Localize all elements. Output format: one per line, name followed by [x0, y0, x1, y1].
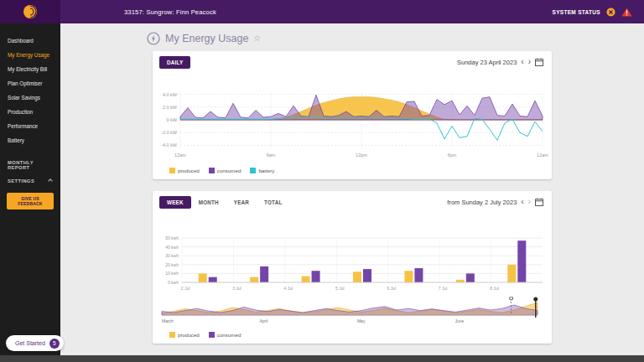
calendar-icon[interactable]	[535, 198, 543, 206]
svg-text:May: May	[357, 318, 366, 323]
weekly-legend: produced consumed	[169, 332, 241, 338]
svg-text:20 kwh: 20 kwh	[165, 262, 179, 267]
svg-text:2.0 kW: 2.0 kW	[163, 105, 178, 110]
give-feedback-button[interactable]: GIVE US FEEDBACK	[7, 193, 54, 209]
tab-total[interactable]: TOTAL	[257, 196, 289, 209]
svg-text:4.0 kW: 4.0 kW	[163, 92, 178, 97]
consumed-swatch	[209, 332, 215, 338]
produced-bar[interactable]	[353, 272, 361, 282]
svg-text:3 Jul: 3 Jul	[232, 286, 242, 291]
legend-label: produced	[178, 332, 200, 338]
svg-text:4 Jul: 4 Jul	[284, 286, 293, 291]
weekly-date-controls: from Sunday 2 July 2023 ‹ ›	[447, 198, 543, 206]
system-status-label: SYSTEM STATUS	[553, 9, 600, 15]
get-started-badge: 5	[49, 339, 60, 349]
tab-month[interactable]: MONTH	[191, 196, 226, 209]
consumed-bar[interactable]	[260, 266, 268, 282]
tab-year[interactable]: YEAR	[226, 196, 257, 209]
tab-week[interactable]: WEEK	[159, 196, 191, 209]
daily-chart-area: 12am6am12pm6pm12am4.0 kW2.0 kW0 kW-2.0 k…	[155, 71, 549, 162]
svg-text:7 Jul: 7 Jul	[439, 286, 448, 291]
svg-text:30 kwh: 30 kwh	[165, 253, 179, 258]
battery-swatch	[250, 168, 256, 173]
sidebar-item-my-electricity-bill[interactable]: My Electricity Bill	[0, 62, 60, 76]
produced-bar[interactable]	[404, 271, 413, 282]
app-logo[interactable]	[0, 0, 60, 23]
consumed-bar[interactable]	[209, 277, 217, 282]
sidebar-item-monthly-report[interactable]: MONTHLY REPORT	[0, 156, 60, 174]
period-tabs: WEEK MONTH YEAR TOTAL	[159, 196, 290, 209]
consumed-bar[interactable]	[363, 269, 371, 282]
produced-bar[interactable]	[507, 265, 516, 282]
svg-text:June: June	[454, 318, 464, 323]
sidebar-item-my-energy-usage[interactable]: My Energy Usage	[0, 48, 60, 62]
get-started-button[interactable]: Get Started 5	[6, 335, 64, 351]
legend-label: produced	[178, 168, 200, 173]
svg-text:5 Jul: 5 Jul	[335, 286, 345, 291]
produced-bar[interactable]	[250, 277, 258, 282]
next-week-icon[interactable]: ›	[528, 198, 531, 206]
warning-triangle-icon[interactable]	[621, 8, 632, 17]
settings-label: SETTINGS	[8, 178, 34, 184]
status-error-icon[interactable]	[606, 8, 615, 17]
produced-swatch	[169, 332, 175, 338]
prev-week-icon[interactable]: ‹	[521, 198, 523, 206]
main-content: My Energy Usage ☆ DAILY Sunday 23 April …	[60, 23, 644, 355]
weekly-date-label: from Sunday 2 July 2023	[447, 199, 517, 206]
consumed-bar[interactable]	[517, 240, 526, 282]
weekly-usage-card: WEEK MONTH YEAR TOTAL from Sunday 2 July…	[153, 191, 552, 344]
sidebar-item-dashboard[interactable]: Dashboard	[0, 34, 60, 48]
sidebar-item-settings[interactable]: SETTINGS	[0, 174, 60, 188]
prev-day-icon[interactable]: ‹	[521, 58, 523, 66]
svg-text:50 kwh: 50 kwh	[165, 235, 179, 240]
legend-consumed: consumed	[209, 332, 242, 338]
consumed-bar[interactable]	[312, 271, 320, 282]
svg-text:0 kW: 0 kW	[166, 117, 177, 122]
page-title: My Energy Usage	[165, 33, 248, 44]
consumed-bar[interactable]	[414, 268, 423, 282]
weekly-chart-area: 0 kwh10 kwh20 kwh30 kwh40 kwh50 kwh2 Jul…	[155, 235, 549, 297]
sidebar-item-battery[interactable]: Battery	[0, 133, 60, 147]
favorite-star-icon[interactable]: ☆	[253, 34, 261, 43]
svg-text:2 Jul: 2 Jul	[181, 286, 190, 291]
sidebar: Dashboard My Energy Usage My Electricity…	[0, 23, 60, 355]
sidebar-item-plan-optimiser[interactable]: Plan Optimiser	[0, 76, 60, 90]
svg-text:12am: 12am	[537, 153, 548, 158]
svg-text:8 Jul: 8 Jul	[490, 286, 499, 291]
svg-text:-4.0 kW: -4.0 kW	[161, 142, 178, 147]
sidebar-item-performance[interactable]: Performance	[0, 119, 60, 133]
daily-legend: produced consumed battery	[169, 168, 274, 173]
account-title: 33157: Sungrow: Finn Peacock	[124, 8, 216, 16]
timeline-area: MarchAprilMayJune	[155, 297, 549, 332]
legend-battery: battery	[250, 168, 274, 173]
svg-text:40 kwh: 40 kwh	[165, 245, 179, 250]
daily-date-controls: Sunday 23 April 2023 ‹ ›	[457, 58, 543, 66]
produced-bar[interactable]	[199, 273, 207, 282]
get-started-label: Get Started	[15, 340, 45, 346]
top-bar: 33157: Sungrow: Finn Peacock SYSTEM STAT…	[0, 0, 644, 23]
svg-text:6am: 6am	[267, 153, 276, 158]
timeline-chart[interactable]: MarchAprilMayJune	[155, 297, 549, 328]
legend-label: consumed	[217, 168, 242, 173]
daily-button[interactable]: DAILY	[159, 56, 190, 69]
svg-text:April: April	[259, 318, 267, 323]
page-header: My Energy Usage ☆	[147, 32, 261, 45]
consumed-swatch	[209, 168, 215, 173]
produced-bar[interactable]	[456, 280, 465, 282]
produced-bar[interactable]	[302, 277, 310, 282]
consumed-bar[interactable]	[466, 273, 475, 282]
next-day-icon[interactable]: ›	[528, 58, 531, 66]
produced-swatch	[169, 168, 175, 173]
daily-usage-card: DAILY Sunday 23 April 2023 ‹ › 12am6am12…	[153, 51, 552, 179]
solar-analytics-logo-icon	[23, 4, 38, 19]
calendar-icon[interactable]	[535, 58, 543, 66]
legend-produced: produced	[169, 332, 200, 338]
daily-chart: 12am6am12pm6pm12am4.0 kW2.0 kW0 kW-2.0 k…	[155, 71, 549, 158]
system-status-area: SYSTEM STATUS	[553, 8, 644, 17]
svg-text:6pm: 6pm	[448, 153, 457, 158]
svg-text:10 kwh: 10 kwh	[165, 271, 179, 276]
sidebar-item-production[interactable]: Production	[0, 105, 60, 119]
sidebar-item-solar-savings[interactable]: Solar Savings	[0, 90, 60, 105]
legend-consumed: consumed	[209, 168, 242, 173]
svg-text:-2.0 kW: -2.0 kW	[161, 130, 178, 135]
